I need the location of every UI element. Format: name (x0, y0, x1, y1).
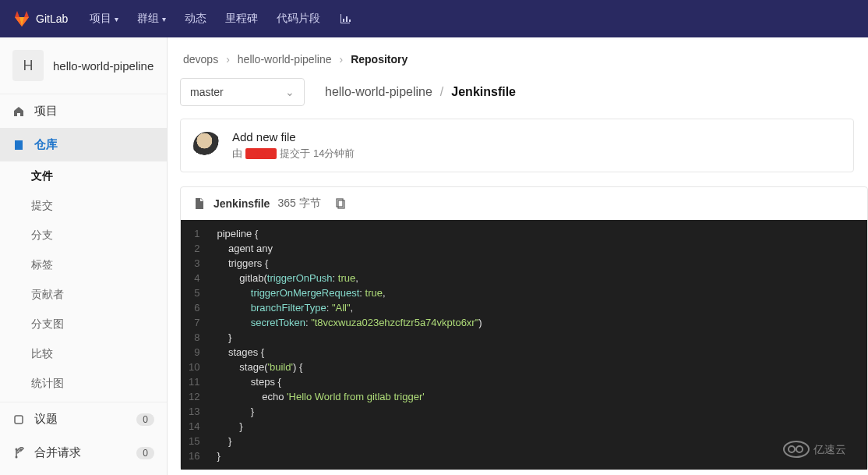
sidebar-sub-commits[interactable]: 提交 (0, 191, 167, 221)
file-name: Jenkinsfile (213, 197, 270, 210)
nav-milestones[interactable]: 里程碑 (216, 12, 267, 26)
brand-text: GitLab (36, 12, 68, 25)
nav-snippets[interactable]: 代码片段 (267, 12, 330, 26)
avatar[interactable] (193, 132, 221, 160)
sidebar-item-project[interactable]: 项目 (0, 94, 167, 128)
line-numbers: 12345678910111213141516 (181, 220, 207, 470)
chart-icon (339, 12, 351, 25)
svg-text:亿速云: 亿速云 (813, 443, 846, 456)
issues-icon (12, 413, 25, 426)
path-root[interactable]: hello-world-pipeline (325, 85, 432, 99)
nav-activity[interactable]: 动态 (175, 12, 216, 26)
home-icon (12, 105, 25, 118)
breadcrumb-project[interactable]: hello-world-pipeline (238, 53, 332, 66)
project-name: hello-world-pipeline (53, 59, 153, 73)
sidebar-item-repository[interactable]: 仓库 (0, 128, 167, 161)
commit-meta: 由 xx 提交于 14分钟前 (232, 147, 355, 161)
svg-point-7 (796, 446, 803, 452)
nav-projects[interactable]: 项目▾ (80, 12, 128, 26)
breadcrumb-current: Repository (351, 53, 408, 66)
project-header[interactable]: H hello-world-pipeline (0, 37, 167, 94)
merge-icon (12, 447, 25, 459)
svg-rect-0 (15, 416, 23, 424)
brand[interactable]: GitLab (12, 9, 68, 28)
chevron-right-icon: › (226, 53, 230, 66)
path-file: Jenkinsfile (451, 85, 516, 99)
nav-groups[interactable]: 群组▾ (128, 12, 175, 26)
sidebar-item-label: 合并请求 (34, 445, 81, 460)
author-redacted: xx (245, 148, 277, 159)
sidebar: H hello-world-pipeline 项目 仓库 文件 提交 分支 标签… (0, 37, 168, 475)
chevron-down-icon: ⌄ (285, 86, 295, 98)
chevron-down-icon: ▾ (115, 15, 118, 23)
watermark: 亿速云 (782, 438, 860, 464)
file-size: 365 字节 (277, 197, 320, 211)
file-viewer: Jenkinsfile 365 字节 123456789101112131415… (180, 186, 868, 470)
branch-selector[interactable]: master ⌄ (180, 78, 305, 106)
sidebar-sub-compare[interactable]: 比较 (0, 339, 167, 369)
repo-icon (12, 139, 25, 151)
copy-icon[interactable] (335, 197, 348, 210)
sidebar-item-label: 项目 (34, 104, 58, 119)
nav-analytics[interactable] (330, 12, 361, 25)
main-content: devops › hello-world-pipeline › Reposito… (168, 37, 868, 475)
chevron-right-icon: › (339, 53, 343, 66)
gitlab-logo-icon (12, 9, 31, 28)
sidebar-sub-graph[interactable]: 分支图 (0, 310, 167, 339)
code-content[interactable]: pipeline { agent any triggers { gitlab(t… (207, 220, 491, 470)
sidebar-item-label: 仓库 (34, 137, 58, 152)
sidebar-sub-branches[interactable]: 分支 (0, 221, 167, 250)
sidebar-item-label: 议题 (34, 412, 58, 427)
svg-point-1 (16, 448, 18, 450)
sidebar-sub-contributors[interactable]: 贡献者 (0, 280, 167, 310)
breadcrumb: devops › hello-world-pipeline › Reposito… (183, 53, 868, 66)
file-header: Jenkinsfile 365 字节 (181, 187, 867, 220)
top-navbar: GitLab 项目▾ 群组▾ 动态 里程碑 代码片段 (0, 0, 868, 37)
file-icon (193, 197, 206, 210)
breadcrumb-root[interactable]: devops (183, 53, 218, 66)
branch-name: master (190, 86, 224, 98)
mr-count-badge: 0 (136, 447, 154, 459)
sidebar-sub-files[interactable]: 文件 (0, 161, 167, 191)
issues-count-badge: 0 (136, 413, 154, 426)
code-view: 12345678910111213141516 pipeline { agent… (181, 220, 867, 470)
project-avatar: H (12, 50, 44, 81)
svg-point-2 (16, 456, 18, 458)
sidebar-item-issues[interactable]: 议题 0 (0, 402, 167, 436)
sidebar-sub-charts[interactable]: 统计图 (0, 369, 167, 399)
sidebar-sub-tags[interactable]: 标签 (0, 250, 167, 280)
svg-point-6 (789, 446, 795, 452)
commit-title[interactable]: Add new file (232, 130, 355, 144)
chevron-down-icon: ▾ (162, 15, 166, 23)
last-commit-card: Add new file 由 xx 提交于 14分钟前 (180, 119, 854, 172)
file-path: hello-world-pipeline / Jenkinsfile (325, 85, 516, 99)
sidebar-item-merge-requests[interactable]: 合并请求 0 (0, 436, 167, 470)
